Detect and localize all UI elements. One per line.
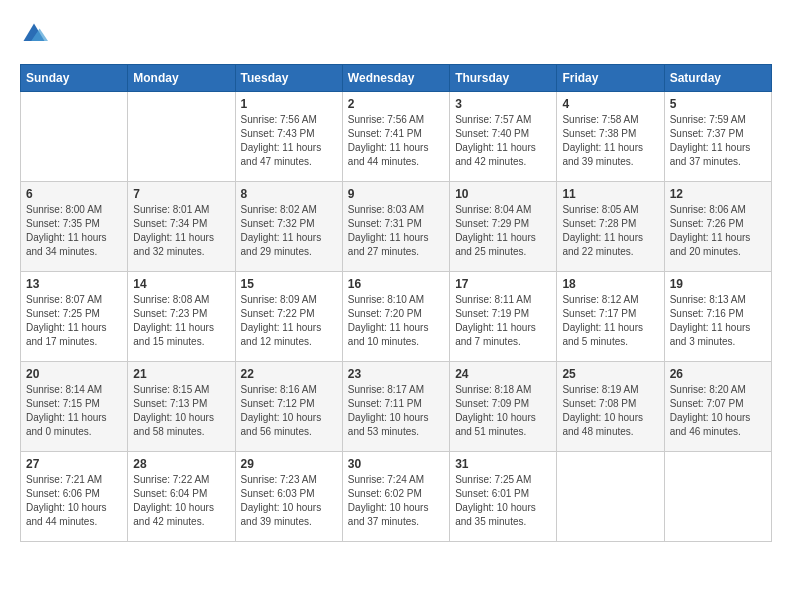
- day-number: 10: [455, 187, 551, 201]
- calendar-cell: [664, 452, 771, 542]
- calendar-cell: 31Sunrise: 7:25 AM Sunset: 6:01 PM Dayli…: [450, 452, 557, 542]
- day-number: 27: [26, 457, 122, 471]
- day-info: Sunrise: 8:10 AM Sunset: 7:20 PM Dayligh…: [348, 293, 444, 349]
- calendar-cell: 21Sunrise: 8:15 AM Sunset: 7:13 PM Dayli…: [128, 362, 235, 452]
- logo: [20, 20, 52, 48]
- day-number: 28: [133, 457, 229, 471]
- calendar-table: SundayMondayTuesdayWednesdayThursdayFrid…: [20, 64, 772, 542]
- calendar-cell: 6Sunrise: 8:00 AM Sunset: 7:35 PM Daylig…: [21, 182, 128, 272]
- calendar-cell: 15Sunrise: 8:09 AM Sunset: 7:22 PM Dayli…: [235, 272, 342, 362]
- calendar-week-row: 13Sunrise: 8:07 AM Sunset: 7:25 PM Dayli…: [21, 272, 772, 362]
- day-number: 21: [133, 367, 229, 381]
- day-info: Sunrise: 8:15 AM Sunset: 7:13 PM Dayligh…: [133, 383, 229, 439]
- calendar-cell: 17Sunrise: 8:11 AM Sunset: 7:19 PM Dayli…: [450, 272, 557, 362]
- calendar-cell: 12Sunrise: 8:06 AM Sunset: 7:26 PM Dayli…: [664, 182, 771, 272]
- calendar-cell: 13Sunrise: 8:07 AM Sunset: 7:25 PM Dayli…: [21, 272, 128, 362]
- day-info: Sunrise: 7:22 AM Sunset: 6:04 PM Dayligh…: [133, 473, 229, 529]
- day-number: 29: [241, 457, 337, 471]
- day-info: Sunrise: 8:02 AM Sunset: 7:32 PM Dayligh…: [241, 203, 337, 259]
- day-number: 31: [455, 457, 551, 471]
- weekday-header: Thursday: [450, 65, 557, 92]
- calendar-cell: 14Sunrise: 8:08 AM Sunset: 7:23 PM Dayli…: [128, 272, 235, 362]
- calendar-cell: [21, 92, 128, 182]
- day-number: 20: [26, 367, 122, 381]
- calendar-header-row: SundayMondayTuesdayWednesdayThursdayFrid…: [21, 65, 772, 92]
- calendar-cell: 1Sunrise: 7:56 AM Sunset: 7:43 PM Daylig…: [235, 92, 342, 182]
- day-info: Sunrise: 7:59 AM Sunset: 7:37 PM Dayligh…: [670, 113, 766, 169]
- weekday-header: Monday: [128, 65, 235, 92]
- calendar-cell: 30Sunrise: 7:24 AM Sunset: 6:02 PM Dayli…: [342, 452, 449, 542]
- calendar-cell: 7Sunrise: 8:01 AM Sunset: 7:34 PM Daylig…: [128, 182, 235, 272]
- day-info: Sunrise: 8:03 AM Sunset: 7:31 PM Dayligh…: [348, 203, 444, 259]
- day-number: 2: [348, 97, 444, 111]
- calendar-cell: 25Sunrise: 8:19 AM Sunset: 7:08 PM Dayli…: [557, 362, 664, 452]
- day-number: 12: [670, 187, 766, 201]
- day-info: Sunrise: 7:57 AM Sunset: 7:40 PM Dayligh…: [455, 113, 551, 169]
- weekday-header: Tuesday: [235, 65, 342, 92]
- weekday-header: Friday: [557, 65, 664, 92]
- calendar-week-row: 27Sunrise: 7:21 AM Sunset: 6:06 PM Dayli…: [21, 452, 772, 542]
- calendar-week-row: 1Sunrise: 7:56 AM Sunset: 7:43 PM Daylig…: [21, 92, 772, 182]
- day-number: 6: [26, 187, 122, 201]
- day-number: 30: [348, 457, 444, 471]
- day-info: Sunrise: 7:56 AM Sunset: 7:41 PM Dayligh…: [348, 113, 444, 169]
- calendar-cell: 29Sunrise: 7:23 AM Sunset: 6:03 PM Dayli…: [235, 452, 342, 542]
- calendar-cell: [128, 92, 235, 182]
- calendar-cell: [557, 452, 664, 542]
- day-number: 7: [133, 187, 229, 201]
- day-number: 4: [562, 97, 658, 111]
- day-info: Sunrise: 7:24 AM Sunset: 6:02 PM Dayligh…: [348, 473, 444, 529]
- calendar-cell: 3Sunrise: 7:57 AM Sunset: 7:40 PM Daylig…: [450, 92, 557, 182]
- calendar-cell: 11Sunrise: 8:05 AM Sunset: 7:28 PM Dayli…: [557, 182, 664, 272]
- day-number: 25: [562, 367, 658, 381]
- day-info: Sunrise: 8:17 AM Sunset: 7:11 PM Dayligh…: [348, 383, 444, 439]
- calendar-cell: 26Sunrise: 8:20 AM Sunset: 7:07 PM Dayli…: [664, 362, 771, 452]
- day-info: Sunrise: 7:23 AM Sunset: 6:03 PM Dayligh…: [241, 473, 337, 529]
- calendar-cell: 23Sunrise: 8:17 AM Sunset: 7:11 PM Dayli…: [342, 362, 449, 452]
- logo-icon: [20, 20, 48, 48]
- weekday-header: Sunday: [21, 65, 128, 92]
- day-info: Sunrise: 7:25 AM Sunset: 6:01 PM Dayligh…: [455, 473, 551, 529]
- day-info: Sunrise: 7:58 AM Sunset: 7:38 PM Dayligh…: [562, 113, 658, 169]
- calendar-cell: 22Sunrise: 8:16 AM Sunset: 7:12 PM Dayli…: [235, 362, 342, 452]
- calendar-cell: 16Sunrise: 8:10 AM Sunset: 7:20 PM Dayli…: [342, 272, 449, 362]
- day-number: 8: [241, 187, 337, 201]
- day-info: Sunrise: 8:08 AM Sunset: 7:23 PM Dayligh…: [133, 293, 229, 349]
- calendar-cell: 8Sunrise: 8:02 AM Sunset: 7:32 PM Daylig…: [235, 182, 342, 272]
- day-info: Sunrise: 7:21 AM Sunset: 6:06 PM Dayligh…: [26, 473, 122, 529]
- day-number: 17: [455, 277, 551, 291]
- day-info: Sunrise: 8:04 AM Sunset: 7:29 PM Dayligh…: [455, 203, 551, 259]
- calendar-cell: 24Sunrise: 8:18 AM Sunset: 7:09 PM Dayli…: [450, 362, 557, 452]
- day-info: Sunrise: 8:20 AM Sunset: 7:07 PM Dayligh…: [670, 383, 766, 439]
- calendar-cell: 2Sunrise: 7:56 AM Sunset: 7:41 PM Daylig…: [342, 92, 449, 182]
- calendar-cell: 20Sunrise: 8:14 AM Sunset: 7:15 PM Dayli…: [21, 362, 128, 452]
- day-info: Sunrise: 8:01 AM Sunset: 7:34 PM Dayligh…: [133, 203, 229, 259]
- day-number: 13: [26, 277, 122, 291]
- day-info: Sunrise: 7:56 AM Sunset: 7:43 PM Dayligh…: [241, 113, 337, 169]
- day-number: 24: [455, 367, 551, 381]
- day-number: 19: [670, 277, 766, 291]
- day-number: 22: [241, 367, 337, 381]
- day-info: Sunrise: 8:16 AM Sunset: 7:12 PM Dayligh…: [241, 383, 337, 439]
- day-info: Sunrise: 8:09 AM Sunset: 7:22 PM Dayligh…: [241, 293, 337, 349]
- day-number: 9: [348, 187, 444, 201]
- calendar-cell: 19Sunrise: 8:13 AM Sunset: 7:16 PM Dayli…: [664, 272, 771, 362]
- weekday-header: Saturday: [664, 65, 771, 92]
- day-info: Sunrise: 8:06 AM Sunset: 7:26 PM Dayligh…: [670, 203, 766, 259]
- calendar-cell: 4Sunrise: 7:58 AM Sunset: 7:38 PM Daylig…: [557, 92, 664, 182]
- day-info: Sunrise: 8:14 AM Sunset: 7:15 PM Dayligh…: [26, 383, 122, 439]
- page-header: [20, 20, 772, 48]
- day-info: Sunrise: 8:19 AM Sunset: 7:08 PM Dayligh…: [562, 383, 658, 439]
- day-number: 11: [562, 187, 658, 201]
- day-info: Sunrise: 8:00 AM Sunset: 7:35 PM Dayligh…: [26, 203, 122, 259]
- day-number: 26: [670, 367, 766, 381]
- calendar-week-row: 6Sunrise: 8:00 AM Sunset: 7:35 PM Daylig…: [21, 182, 772, 272]
- day-info: Sunrise: 8:13 AM Sunset: 7:16 PM Dayligh…: [670, 293, 766, 349]
- calendar-cell: 27Sunrise: 7:21 AM Sunset: 6:06 PM Dayli…: [21, 452, 128, 542]
- day-number: 16: [348, 277, 444, 291]
- calendar-cell: 28Sunrise: 7:22 AM Sunset: 6:04 PM Dayli…: [128, 452, 235, 542]
- calendar-week-row: 20Sunrise: 8:14 AM Sunset: 7:15 PM Dayli…: [21, 362, 772, 452]
- day-info: Sunrise: 8:12 AM Sunset: 7:17 PM Dayligh…: [562, 293, 658, 349]
- day-info: Sunrise: 8:18 AM Sunset: 7:09 PM Dayligh…: [455, 383, 551, 439]
- day-number: 23: [348, 367, 444, 381]
